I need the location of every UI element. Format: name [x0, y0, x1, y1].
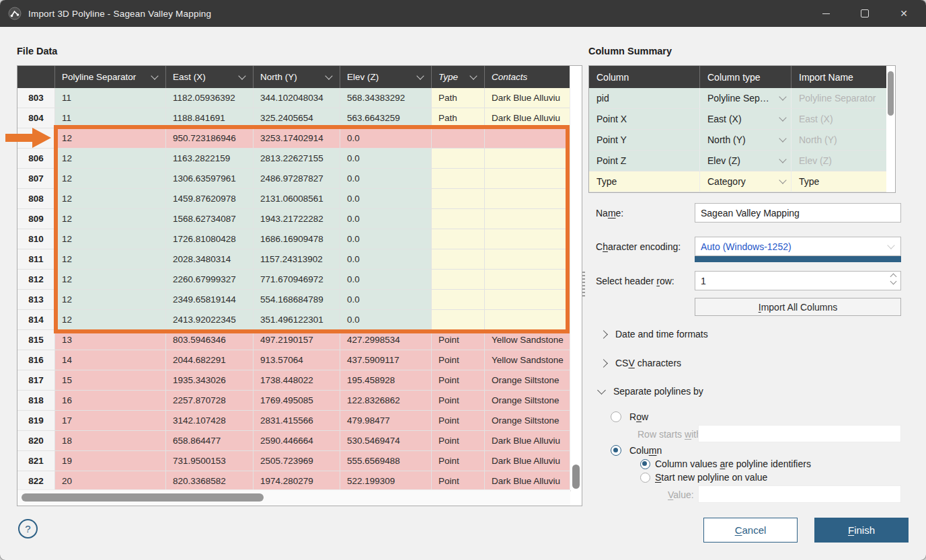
column-summary-header: ColumnColumn typeImport Name	[589, 66, 887, 88]
section-csv-characters[interactable]: CSV characters	[601, 358, 681, 368]
file-row-817[interactable]: 817151935.3430261738.448022195.458928Poi…	[17, 370, 571, 391]
maximize-icon[interactable]	[845, 0, 884, 27]
date-time-label: Date and time formats	[615, 329, 708, 339]
row-number: 813	[17, 290, 55, 310]
cancel-button[interactable]: Cancel	[703, 518, 798, 543]
file-row-806[interactable]: 806121163.28221592813.226271550.0	[17, 149, 571, 169]
cell-north: 351.496122301	[254, 310, 340, 330]
row-number: 805	[17, 128, 55, 149]
vertical-scrollbar[interactable]	[570, 66, 582, 490]
finish-button[interactable]: Finish	[814, 518, 909, 543]
summary-header-column-type: Column type	[700, 66, 792, 88]
cell-elev: 568.34383292	[340, 88, 432, 108]
file-data-title: File Data	[17, 46, 57, 56]
summary-scrollbar[interactable]	[886, 66, 895, 192]
cell-separator: 17	[55, 411, 166, 431]
cell-north: 1686.16909478	[254, 229, 340, 249]
column-values-label: Column values are polyline identifiers	[655, 458, 811, 469]
chevron-down-icon[interactable]	[151, 72, 158, 79]
encoding-value: Auto (Windows-1252)	[701, 241, 884, 252]
cell-contacts	[485, 270, 571, 290]
cell-east: 2044.682291	[166, 350, 254, 370]
file-row-805[interactable]: 80512950.7231869463253.174029140.0	[17, 128, 571, 149]
file-row-804[interactable]: 804111188.841691325.2405654563.6643259Pa…	[17, 108, 571, 128]
file-row-813[interactable]: 813122349.65819144554.1686847890.0	[17, 290, 571, 310]
cell-contacts: Dark Blue Alluviu	[485, 108, 571, 128]
column-summary-title: Column Summary	[588, 46, 672, 56]
column-header-type[interactable]: Type	[432, 66, 485, 88]
section-date-time-formats[interactable]: Date and time formats	[601, 329, 708, 339]
file-row-816[interactable]: 816142044.682291913.57064437.5909117Poin…	[17, 350, 571, 370]
spinner-down-icon[interactable]	[890, 278, 897, 285]
column-type-dropdown[interactable]: Elev (Z)	[700, 151, 792, 171]
column-header-polyline-separator[interactable]: Polyline Separator	[55, 66, 166, 88]
title-bar: Import 3D Polyline - Sagean Valley Mappi…	[0, 0, 926, 27]
row-radio[interactable]	[611, 411, 621, 422]
chevron-down-icon	[779, 114, 786, 121]
cell-contacts: Yellow Sandstone	[485, 330, 571, 350]
file-row-818[interactable]: 818162257.8707281769.495085122.8326862Po…	[17, 391, 571, 411]
file-row-808[interactable]: 808121459.876209782131.060085610.0	[17, 189, 571, 209]
minimize-icon[interactable]	[806, 0, 845, 27]
summary-row-pid: pidPolyline Sep…Polyline Separator	[589, 88, 887, 109]
name-input[interactable]	[695, 203, 901, 223]
row-number: 818	[17, 391, 55, 411]
close-icon[interactable]: ✕	[884, 0, 923, 27]
file-row-809[interactable]: 809121568.627340871943.217222820.0	[17, 209, 571, 229]
file-row-803[interactable]: 803111182.05936392344.102048034568.34383…	[17, 88, 571, 108]
column-type-dropdown[interactable]: Polyline Sep…	[700, 88, 792, 109]
chevron-down-icon[interactable]	[238, 72, 245, 79]
row-number: 803	[17, 88, 55, 108]
cell-elev: 0.0	[340, 310, 432, 330]
summary-header-column: Column	[589, 66, 700, 88]
column-type-value: East (X)	[707, 114, 777, 124]
column-values-radio[interactable]	[640, 459, 650, 469]
column-header-east-x[interactable]: East (X)	[166, 66, 254, 88]
summary-column-name: Point X	[589, 109, 700, 130]
file-row-810[interactable]: 810121726.810804281686.169094780.0	[17, 229, 571, 249]
file-row-807[interactable]: 807121306.635979612486.972878270.0	[17, 169, 571, 189]
vertical-scroll-thumb[interactable]	[572, 465, 580, 489]
cell-east: 1306.63597961	[166, 169, 254, 189]
row-number: 812	[17, 270, 55, 290]
file-row-814[interactable]: 814122413.92022345351.4961223010.0	[17, 310, 571, 330]
cell-separator: 16	[55, 391, 166, 411]
file-row-821[interactable]: 82119731.95001532505.723969555.6569488Po…	[17, 451, 571, 471]
file-row-811[interactable]: 811122028.34803141157.243139020.0	[17, 249, 571, 270]
import-all-columns-button[interactable]: Import All Columns	[695, 298, 901, 316]
file-row-815[interactable]: 81513803.5946346497.2190157427.2998534Po…	[17, 330, 571, 350]
column-radio-label: Column	[629, 445, 662, 456]
column-header-elev-z[interactable]: Elev (Z)	[340, 66, 432, 88]
file-row-812[interactable]: 812122260.67999327771.6709469720.0	[17, 270, 571, 290]
section-separate-polylines[interactable]: Separate polylines by	[599, 386, 703, 397]
chevron-down-icon[interactable]	[416, 72, 424, 79]
summary-header-import-name: Import Name	[792, 66, 887, 88]
horizontal-scroll-thumb[interactable]	[22, 493, 264, 502]
horizontal-scrollbar[interactable]	[17, 489, 570, 506]
column-header-contacts[interactable]: Contacts	[485, 66, 571, 88]
file-row-822[interactable]: 82220820.33685821974.280279522.199309Poi…	[17, 471, 571, 491]
column-radio[interactable]	[611, 445, 621, 456]
cell-separator: 12	[55, 189, 166, 209]
encoding-dropdown[interactable]: Auto (Windows-1252)	[695, 237, 901, 256]
column-header-north-y[interactable]: North (Y)	[254, 66, 340, 88]
cell-separator: 12	[55, 229, 166, 249]
header-row-spinner[interactable]: 1	[695, 271, 901, 290]
panel-splitter[interactable]	[582, 272, 585, 298]
cell-north: 554.168684789	[254, 290, 340, 310]
column-type-dropdown[interactable]: North (Y)	[700, 130, 792, 151]
chevron-down-icon[interactable]	[325, 72, 332, 79]
cell-separator: 12	[55, 310, 166, 330]
column-type-dropdown[interactable]: Category	[700, 171, 792, 192]
cell-contacts	[485, 209, 571, 229]
cell-elev: 522.199309	[340, 471, 432, 491]
header-row-label: Select header row:	[596, 276, 674, 286]
file-row-820[interactable]: 82018658.8644772590.446664530.5469474Poi…	[17, 431, 571, 451]
row-starts-with-input	[698, 425, 901, 442]
file-row-819[interactable]: 819173142.1074282831.415566479.98477Poin…	[17, 411, 571, 431]
start-new-polyline-radio[interactable]	[640, 473, 650, 483]
help-button[interactable]: ?	[18, 519, 38, 538]
chevron-down-icon[interactable]	[469, 72, 477, 79]
column-type-dropdown[interactable]: East (X)	[700, 109, 792, 130]
summary-scroll-thumb[interactable]	[888, 71, 894, 116]
